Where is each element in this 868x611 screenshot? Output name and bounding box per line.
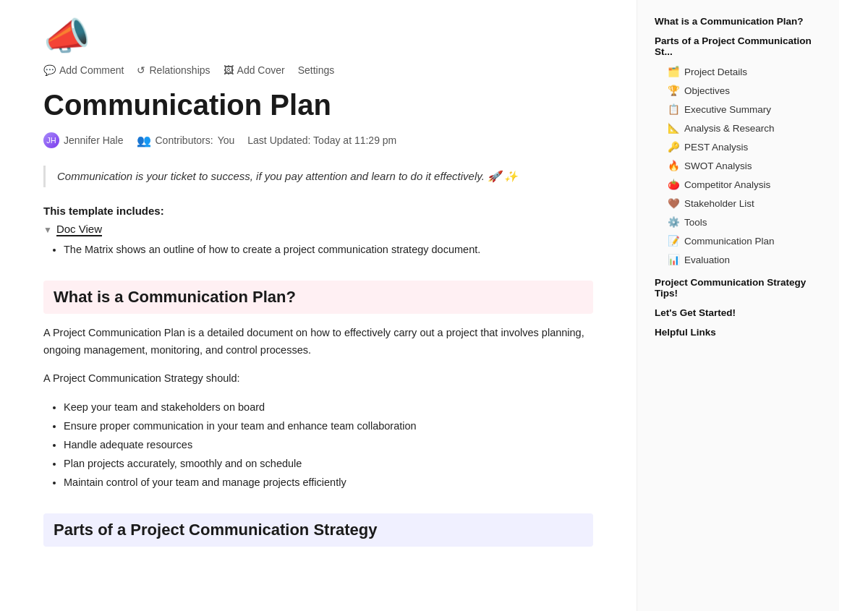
main-content: 📣 💬 Add Comment ↺ Relationships 🖼 Add Co… xyxy=(0,0,637,611)
author-name: Jennifer Hale xyxy=(64,134,124,146)
sidebar-item-executive-summary[interactable]: 📋 Executive Summary xyxy=(662,101,827,118)
sidebar-item-pest-analysis[interactable]: 🔑 PEST Analysis xyxy=(662,138,827,155)
relationships-button[interactable]: ↺ Relationships xyxy=(137,64,210,76)
communication-plan-icon: 📝 xyxy=(668,235,680,247)
section-heading-what-is: What is a Communication Plan? xyxy=(43,281,593,314)
project-details-icon: 🗂️ xyxy=(668,66,680,77)
sidebar-item-what-is[interactable]: What is a Communication Plan? xyxy=(649,13,827,30)
contributors-info: 👥 Contributors: You xyxy=(137,134,235,148)
relationships-icon: ↺ xyxy=(137,64,145,76)
contributors-value: You xyxy=(218,134,235,146)
strategy-bullet-2: Ensure proper communication in your team… xyxy=(64,416,593,435)
sidebar: What is a Communication Plan? Parts of a… xyxy=(637,0,839,611)
author-info: JH Jennifer Hale xyxy=(43,132,124,148)
section-body-what-is: A Project Communication Plan is a detail… xyxy=(43,324,593,359)
meta-row: JH Jennifer Hale 👥 Contributors: You Las… xyxy=(43,132,593,148)
comment-icon: 💬 xyxy=(43,64,56,76)
template-bullet-item: The Matrix shows an outline of how to cr… xyxy=(64,241,593,259)
template-bullet-list: The Matrix shows an outline of how to cr… xyxy=(64,241,593,259)
evaluation-icon: 📊 xyxy=(668,254,680,265)
template-includes-label: This template includes: xyxy=(43,205,593,217)
sidebar-item-stakeholder-list[interactable]: 🤎 Stakeholder List xyxy=(662,195,827,212)
objectives-icon: 🏆 xyxy=(668,85,680,96)
add-comment-button[interactable]: 💬 Add Comment xyxy=(43,64,124,76)
doc-view-label: Doc View xyxy=(56,223,102,236)
strategy-bullet-4: Plan projects accurately, smoothly and o… xyxy=(64,454,593,473)
tools-icon: ⚙️ xyxy=(668,216,680,228)
sidebar-item-objectives[interactable]: 🏆 Objectives xyxy=(662,82,827,99)
pest-icon: 🔑 xyxy=(668,141,680,153)
section-what-is: What is a Communication Plan? A Project … xyxy=(43,281,593,492)
section-parts-of: Parts of a Project Communication Strateg… xyxy=(43,513,593,547)
strategy-bullet-5: Maintain control of your team and manage… xyxy=(64,473,593,492)
strategy-should-label: A Project Communication Strategy should: xyxy=(43,369,593,388)
sidebar-item-strategy-tips[interactable]: Project Communication Strategy Tips! xyxy=(649,274,827,302)
sidebar-item-helpful-links[interactable]: Helpful Links xyxy=(649,324,827,341)
executive-summary-icon: 📋 xyxy=(668,103,680,115)
image-icon: 🖼 xyxy=(224,64,234,76)
sidebar-item-evaluation[interactable]: 📊 Evaluation xyxy=(662,251,827,268)
page-title: Communication Plan xyxy=(43,87,593,122)
swot-icon: 🔥 xyxy=(668,160,680,171)
sidebar-item-get-started[interactable]: Let's Get Started! xyxy=(649,304,827,321)
last-updated: Last Updated: Today at 11:29 pm xyxy=(247,134,396,146)
blockquote: Communication is your ticket to success,… xyxy=(43,166,593,187)
settings-button[interactable]: Settings xyxy=(298,64,335,76)
doc-view-toggle[interactable]: ▼ Doc View xyxy=(43,223,593,236)
contributors-icon: 👥 xyxy=(137,134,151,148)
section-heading-parts-of: Parts of a Project Communication Strateg… xyxy=(43,513,593,547)
page-icon: 📣 xyxy=(43,14,593,59)
strategy-bullet-3: Handle adequate resources xyxy=(64,435,593,454)
toggle-arrow-icon: ▼ xyxy=(43,225,52,235)
sidebar-item-communication-plan[interactable]: 📝 Communication Plan xyxy=(662,232,827,249)
sidebar-sub-items: 🗂️ Project Details 🏆 Objectives 📋 Execut… xyxy=(649,63,827,268)
sidebar-item-project-details[interactable]: 🗂️ Project Details xyxy=(662,63,827,80)
sidebar-bottom-section: Project Communication Strategy Tips! Let… xyxy=(649,274,827,341)
analysis-research-icon: 📐 xyxy=(668,122,680,134)
sidebar-item-swot-analysis[interactable]: 🔥 SWOT Analysis xyxy=(662,157,827,174)
add-cover-button[interactable]: 🖼 Add Cover xyxy=(224,64,285,76)
sidebar-item-parts-of[interactable]: Parts of a Project Communication St... xyxy=(649,33,827,60)
strategy-list: Keep your team and stakeholders on board… xyxy=(43,398,593,492)
sidebar-item-competitor-analysis[interactable]: 🍅 Competitor Analysis xyxy=(662,176,827,193)
sidebar-item-analysis-research[interactable]: 📐 Analysis & Research xyxy=(662,119,827,137)
toolbar: 💬 Add Comment ↺ Relationships 🖼 Add Cove… xyxy=(43,64,593,76)
competitor-icon: 🍅 xyxy=(668,179,680,190)
contributors-label: Contributors: xyxy=(156,134,213,146)
stakeholder-icon: 🤎 xyxy=(668,197,680,209)
strategy-bullet-1: Keep your team and stakeholders on board xyxy=(64,398,593,416)
avatar: JH xyxy=(43,132,59,148)
sidebar-item-tools[interactable]: ⚙️ Tools xyxy=(662,213,827,231)
template-section: This template includes: ▼ Doc View The M… xyxy=(43,205,593,259)
